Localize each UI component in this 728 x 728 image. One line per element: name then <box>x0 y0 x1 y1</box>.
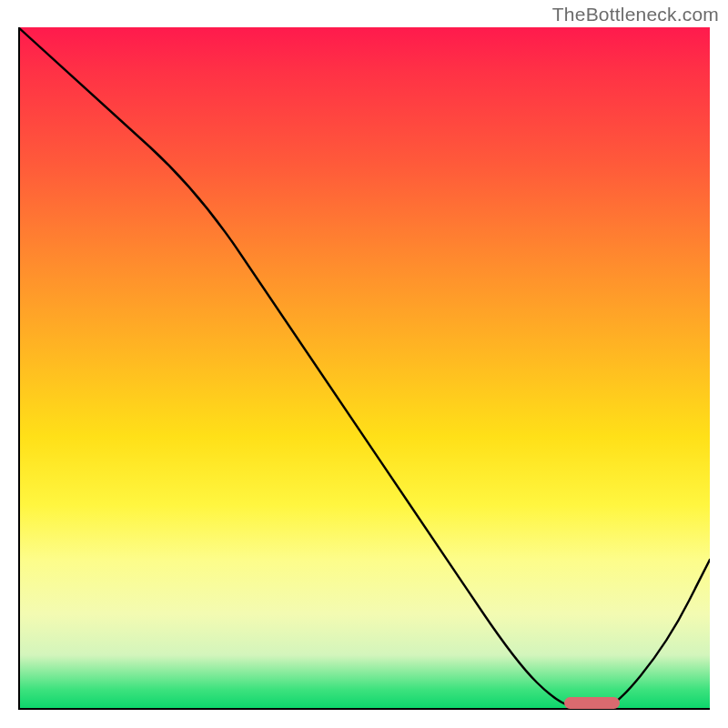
heat-gradient <box>18 27 710 710</box>
optimal-range-marker <box>564 697 620 709</box>
chart-canvas: TheBottleneck.com <box>0 0 728 728</box>
watermark-text: TheBottleneck.com <box>552 4 719 25</box>
